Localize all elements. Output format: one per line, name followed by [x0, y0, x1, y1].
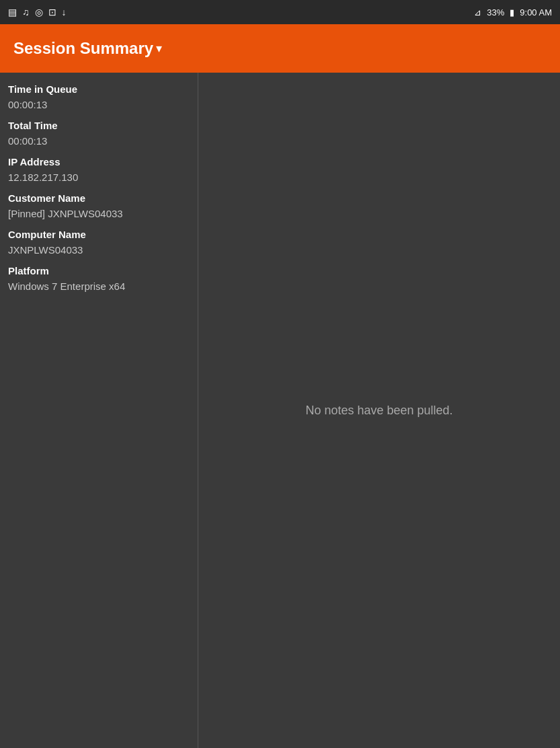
total-time-label: Total Time: [8, 118, 190, 133]
page-title: Session Summary: [13, 39, 153, 58]
main-content: Time in Queue 00:00:13 Total Time 00:00:…: [0, 73, 560, 748]
battery-percentage: 33%: [487, 7, 504, 17]
customer-name-label: Customer Name: [8, 191, 190, 205]
sd-card-icon: ▤: [8, 7, 17, 17]
status-bar-right-icons: ⊿ 33% ▮ 9:00 AM: [474, 7, 552, 17]
clock: 9:00 AM: [520, 7, 552, 17]
platform-label: Platform: [8, 264, 190, 278]
status-bar: ▤ ♫ ◎ ⊡ ↓ ⊿ 33% ▮ 9:00 AM: [0, 0, 560, 24]
no-notes-message: No notes have been pulled.: [305, 404, 452, 418]
computer-name-label: Computer Name: [8, 227, 190, 241]
total-time-value: 00:00:13: [8, 134, 190, 148]
computer-name-value: JXNPLWS04033: [8, 243, 190, 257]
customer-name-value: [Pinned] JXNPLWS04033: [8, 207, 190, 221]
ip-address-value: 12.182.217.130: [8, 170, 190, 184]
headphone-icon: ♫: [22, 7, 30, 17]
time-in-queue-value: 00:00:13: [8, 98, 190, 112]
header: Session Summary ▾: [0, 24, 560, 73]
time-in-queue-label: Time in Queue: [8, 82, 190, 96]
status-bar-left-icons: ▤ ♫ ◎ ⊡ ↓: [8, 7, 67, 17]
camera-icon: ⊡: [48, 7, 56, 17]
notes-panel: No notes have been pulled.: [198, 73, 560, 748]
download-icon: ↓: [62, 7, 67, 17]
platform-value: Windows 7 Enterprise x64: [8, 279, 190, 293]
wifi-icon: ⊿: [474, 7, 481, 17]
dropdown-arrow-icon[interactable]: ▾: [156, 41, 162, 56]
session-info-panel: Time in Queue 00:00:13 Total Time 00:00:…: [0, 73, 198, 748]
ip-address-label: IP Address: [8, 155, 190, 169]
target-icon: ◎: [35, 7, 43, 17]
battery-icon: ▮: [510, 7, 514, 17]
